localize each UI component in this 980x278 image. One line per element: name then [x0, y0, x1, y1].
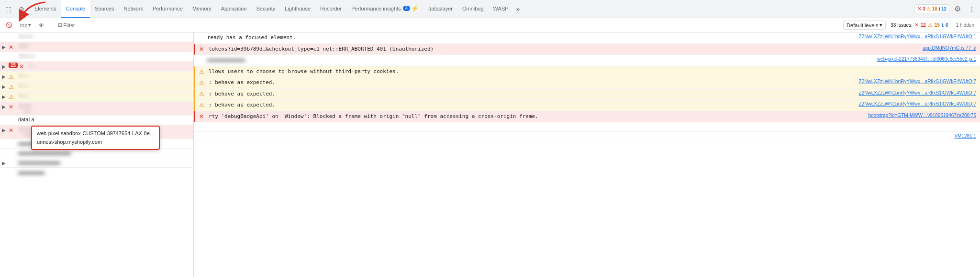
tab-network[interactable]: Network	[119, 0, 148, 18]
error-badge-group[interactable]: ✕ 3 ⚠ 18 ℹ 12	[914, 4, 949, 13]
msg-row-behave-2[interactable]: ⚠ : behave as expected. Z2NwLXZzLWN1bnRy…	[194, 89, 980, 100]
tab-application[interactable]: Application	[216, 0, 252, 18]
console-toolbar: 🚫 top ▾ 👁 ⊟ Filter Default levels ▾ 33 I…	[0, 18, 980, 32]
console-row-get[interactable]: ▶ ✕ GET	[0, 42, 193, 52]
msg-source-link[interactable]: Z2NwLXZzLWN1bnRyYWwx…aRlIxS1lGWkE4WUtQ:1	[859, 34, 976, 39]
warn-row-icon: ⚠	[9, 84, 16, 90]
console-row-bottom-bar[interactable]: ▬▬▬▬▬	[0, 168, 193, 177]
msg-source-link[interactable]: Z2NwLXZzLWN1bnRyYWwx…aRlIxS1lGWkE4WUtQ:7	[859, 101, 976, 107]
msg-text: ▬▬▬▬▬▬▬▬▬▬▬▬	[207, 56, 873, 64]
msg-source-link[interactable]: Z2NwLXZzLWN1bnRyYWwx…aRlIxS1lGWkE4WUtQ:7	[859, 79, 976, 84]
error-count: 3	[923, 6, 925, 11]
msg-source-link[interactable]: Z2NwLXZzLWN1bnRyYWwx…aRlIxS1lGWkE4WUtQ:7	[859, 90, 976, 96]
row-sub: at	[18, 108, 190, 114]
console-row-extra-3[interactable]: ▶ ▬▬▬▬▬▬▬▬	[0, 158, 193, 168]
expand-icon: ▶	[2, 74, 8, 79]
msg-source-link[interactable]: app.DMdNQ7mG.js:77 ⊙	[923, 45, 976, 51]
warn-msg-icon: ⚠	[199, 79, 207, 86]
tab-elements[interactable]: Elements	[30, 0, 61, 18]
console-row-15c[interactable]: ▶ 15 ✕ C	[0, 62, 193, 72]
filter-button[interactable]: ⊟ Filter	[55, 21, 78, 29]
tab-console[interactable]: Console	[61, 0, 90, 18]
error-icon: ✕	[917, 6, 922, 12]
msg-source-link[interactable]: bootstrap?id=GTM-MWW…v9189519467za200:75	[869, 113, 976, 118]
warn-icon: ⚠	[926, 6, 931, 12]
issues-info-icon: ℹ	[942, 22, 944, 28]
dropdown-chevron-icon: ▾	[28, 22, 31, 28]
console-row-unca-1[interactable]: ▶ ✕ Unca at	[0, 102, 193, 116]
tab-dataslayer[interactable]: dataslayer	[423, 0, 457, 18]
tab-performance-insights[interactable]: Performance insights 4 ⚡	[346, 0, 423, 18]
msg-row-blocked-frame[interactable]: ✕ rty 'debugBadgeApi' on 'Window': Block…	[194, 111, 980, 123]
row-content: ▬▬▬▬▬▬▬▬▬▬	[18, 150, 190, 155]
error-msg-icon: ✕	[199, 113, 207, 120]
tab-recorder[interactable]: Recorder	[315, 0, 346, 18]
row-text: Autofo	[18, 33, 33, 39]
row-content: C	[29, 63, 190, 68]
warn-msg-icon: ⚠	[199, 91, 207, 97]
performance-insights-icon: ⚡	[411, 5, 419, 12]
msg-text: : behave as expected.	[209, 101, 855, 109]
console-row-in-a-2[interactable]: ▶ ⚠ In a	[0, 82, 193, 92]
top-context-button[interactable]: top ▾	[17, 21, 34, 29]
row-text: dataLa	[18, 117, 34, 122]
msg-row-third-party[interactable]: ⚠ llows users to choose to browse withou…	[194, 66, 980, 78]
console-row-in-a-1[interactable]: ▶ ⚠ In a	[0, 72, 193, 82]
hidden-label: 1 hidden	[956, 22, 974, 28]
msg-row-behave-1[interactable]: ⚠ : behave as expected. Z2NwLXZzLWN1bnRy…	[194, 77, 980, 89]
row-content: ▬▬▬▬▬▬▬▬	[18, 159, 190, 165]
left-panel: Autofo ▶ ✕ GET Web pi ▶ 15 ✕ C	[0, 32, 194, 277]
panel-toggle-button[interactable]: ⬚	[2, 3, 14, 15]
warn-count: 18	[932, 6, 937, 11]
tab-performance[interactable]: Performance	[148, 0, 188, 18]
filter-label: Filter	[63, 22, 75, 28]
default-levels-select[interactable]: Default levels ▾	[843, 21, 886, 30]
hidden-badge[interactable]: 1 hidden	[953, 21, 977, 29]
tab-sources[interactable]: Sources	[90, 0, 119, 18]
msg-row-blank-1[interactable]	[194, 122, 980, 132]
eye-button[interactable]: 👁	[36, 21, 47, 29]
row-content: In a	[18, 73, 190, 78]
expand-icon: ▶	[2, 84, 8, 89]
tab-security[interactable]: Security	[251, 0, 280, 18]
msg-row-focused-element[interactable]: ready has a focused element. Z2NwLXZzLWN…	[194, 32, 980, 44]
row-text: In a	[18, 93, 27, 98]
msg-row-vm1281[interactable]: VM1281:1	[194, 132, 980, 141]
tab-more-button[interactable]: »	[513, 0, 523, 18]
frame-tooltip-popup[interactable]: web-pixel-sandbox-CUSTOM-39747654-LAX-8e…	[31, 126, 160, 150]
msg-source-link[interactable]: VM1281:1	[954, 133, 976, 139]
msg-text: ready has a focused element.	[207, 34, 855, 42]
toolbar-separator	[51, 21, 51, 30]
expand-icon: ▶	[2, 64, 8, 69]
tab-memory[interactable]: Memory	[188, 0, 216, 18]
console-row-web-pi[interactable]: Web pi	[0, 52, 193, 62]
clear-console-button[interactable]: 🚫	[3, 21, 15, 29]
issues-badge-group[interactable]: 33 Issues: ✕ 12 ⚠ 15 ℹ 6	[888, 21, 951, 29]
console-row-in-a-3[interactable]: ▶ ⚠ In a	[0, 92, 193, 102]
issues-info-count: 6	[946, 22, 948, 28]
issues-warn-icon: ⚠	[928, 22, 933, 28]
row-text: Web pi	[18, 53, 34, 59]
msg-text: tokens?id=39b789d…&checkout_type=c1 net:…	[209, 45, 919, 53]
settings-button[interactable]: ⚙	[951, 3, 964, 15]
expand-icon: ▶	[2, 94, 8, 99]
performance-insights-badge: 4	[403, 6, 411, 11]
no-button[interactable]: ⊘	[15, 3, 28, 15]
console-row-autofo[interactable]: Autofo	[0, 32, 193, 42]
tab-wasp[interactable]: WASP	[489, 0, 513, 18]
error-row-icon: ✕	[19, 64, 27, 70]
msg-row-web-pixel[interactable]: ▬▬▬▬▬▬▬▬▬▬▬▬ web-pixel-221773894@…bf0060…	[194, 55, 980, 66]
msg-row-err-aborted[interactable]: ✕ tokens?id=39b789d…&checkout_type=c1 ne…	[194, 44, 980, 55]
more-options-button[interactable]: ⋮	[966, 3, 978, 15]
row-content: Autofo	[18, 33, 190, 39]
msg-source-link[interactable]: web-pixel-221773894@…bf0060c6cc55c2.js:1	[877, 56, 976, 62]
issues-label: 33 Issues:	[891, 22, 913, 28]
console-row-datala[interactable]: dataLa	[0, 116, 193, 125]
main-content: Autofo ▶ ✕ GET Web pi ▶ 15 ✕ C	[0, 32, 980, 277]
chevron-down-icon: ▾	[880, 22, 882, 28]
msg-row-behave-3[interactable]: ⚠ : behave as expected. Z2NwLXZzLWN1bnRy…	[194, 100, 980, 111]
tab-omnibug[interactable]: Omnibug	[457, 0, 489, 18]
tab-lighthouse[interactable]: Lighthouse	[280, 0, 315, 18]
warn-row-icon: ⚠	[9, 94, 16, 100]
warn-msg-icon: ⚠	[199, 102, 207, 108]
